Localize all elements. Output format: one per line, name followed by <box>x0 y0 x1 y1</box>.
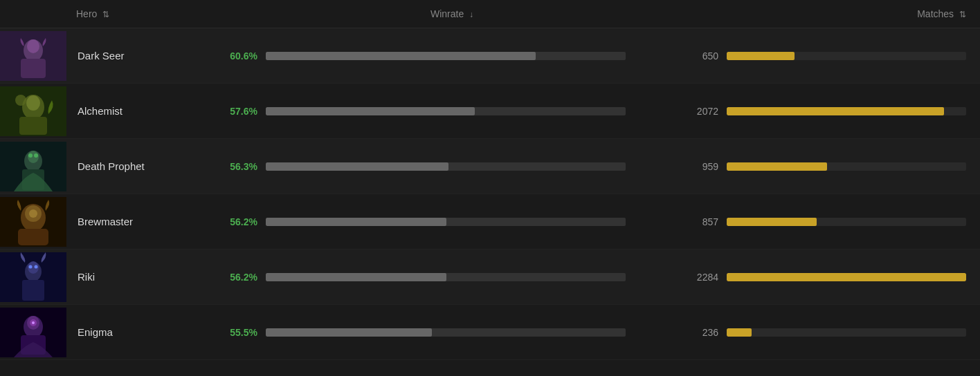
winrate-bar-fill <box>266 218 446 226</box>
winrate-bar-fill <box>266 52 536 60</box>
winrate-bar-fill <box>266 328 432 337</box>
hero-label: Hero <box>76 8 97 19</box>
matches-value: 650 <box>682 50 718 62</box>
matches-label: Matches <box>917 8 954 19</box>
table-row[interactable]: Riki 56.2% 2284 <box>0 250 980 305</box>
hero-avatar <box>0 308 66 357</box>
matches-bar-fill <box>727 107 944 115</box>
hero-cell: Alchemist <box>0 86 221 136</box>
hero-name: Brewmaster <box>78 216 133 227</box>
hero-avatar <box>0 86 66 136</box>
svg-rect-18 <box>18 229 48 245</box>
winrate-bar-container <box>266 328 626 337</box>
hero-name: Alchemist <box>78 105 122 117</box>
winrate-value: 56.2% <box>221 216 257 227</box>
matches-bar-fill <box>727 218 817 226</box>
hero-avatar <box>0 252 66 302</box>
hero-avatar <box>0 142 66 191</box>
matches-bar-container <box>727 328 966 337</box>
hero-cell: Riki <box>0 252 221 302</box>
matches-bar-fill <box>727 52 795 60</box>
matches-cell: 2284 <box>682 272 980 283</box>
matches-value: 2072 <box>682 106 718 117</box>
hero-cell: Dark Seer <box>0 31 221 81</box>
svg-point-8 <box>15 95 26 106</box>
hero-sort-icon: ⇅ <box>102 10 109 19</box>
winrate-bar-container <box>266 162 626 171</box>
matches-bar-container <box>727 273 966 281</box>
table-header: Hero ⇅ Winrate ↓ Matches ⇅ <box>0 0 980 28</box>
winrate-bar-container <box>266 107 626 115</box>
winrate-cell: 57.6% <box>221 106 682 117</box>
matches-cell: 857 <box>682 216 980 227</box>
matches-bar-container <box>727 162 966 171</box>
svg-point-25 <box>35 265 38 268</box>
winrate-cell: 56.2% <box>221 272 682 283</box>
table-row[interactable]: Enigma 55.5% 236 <box>0 305 980 360</box>
winrate-column-header[interactable]: Winrate ↓ <box>221 8 682 19</box>
winrate-value: 60.6% <box>221 50 257 62</box>
svg-point-13 <box>28 153 33 158</box>
winrate-cell: 56.3% <box>221 161 682 172</box>
winrate-value: 57.6% <box>221 106 257 117</box>
svg-point-2 <box>27 39 39 53</box>
winrate-bar-container <box>266 273 626 281</box>
table-row[interactable]: Dark Seer 60.6% 650 <box>0 28 980 84</box>
hero-stats-table: Hero ⇅ Winrate ↓ Matches ⇅ Dark Seer 60.… <box>0 0 980 360</box>
matches-bar-container <box>727 218 966 226</box>
matches-cell: 650 <box>682 50 980 62</box>
svg-rect-7 <box>19 117 47 135</box>
winrate-bar-fill <box>266 273 446 281</box>
svg-point-31 <box>32 321 35 324</box>
matches-cell: 236 <box>682 327 980 338</box>
matches-bar-container <box>727 52 966 60</box>
hero-name: Riki <box>78 271 95 283</box>
matches-bar-fill <box>727 273 966 281</box>
table-row[interactable]: Brewmaster 56.2% 857 <box>0 194 980 250</box>
winrate-label: Winrate <box>430 8 464 19</box>
hero-cell: Death Prophet <box>0 142 221 191</box>
svg-point-14 <box>34 153 38 158</box>
matches-value: 959 <box>682 161 718 172</box>
svg-point-6 <box>26 95 40 111</box>
svg-point-19 <box>29 209 37 218</box>
hero-column-header[interactable]: Hero ⇅ <box>0 8 221 19</box>
hero-cell: Brewmaster <box>0 197 221 247</box>
matches-bar-fill <box>727 328 752 337</box>
matches-bar-container <box>727 107 966 115</box>
matches-value: 857 <box>682 216 718 227</box>
hero-name: Enigma <box>78 326 113 338</box>
matches-value: 2284 <box>682 272 718 283</box>
svg-rect-23 <box>22 280 44 301</box>
winrate-cell: 55.5% <box>221 327 682 338</box>
hero-name: Death Prophet <box>78 160 145 172</box>
hero-name: Dark Seer <box>78 50 125 62</box>
winrate-value: 56.2% <box>221 272 257 283</box>
matches-cell: 959 <box>682 161 980 172</box>
matches-value: 236 <box>682 327 718 338</box>
svg-point-24 <box>29 265 33 268</box>
winrate-cell: 60.6% <box>221 50 682 62</box>
table-row[interactable]: Alchemist 57.6% 2072 <box>0 84 980 139</box>
matches-column-header[interactable]: Matches ⇅ <box>682 8 980 19</box>
matches-sort-icon: ⇅ <box>959 10 966 19</box>
matches-cell: 2072 <box>682 106 980 117</box>
winrate-sort-icon: ↓ <box>469 10 473 19</box>
winrate-value: 56.3% <box>221 161 257 172</box>
table-row[interactable]: Death Prophet 56.3% 959 <box>0 139 980 194</box>
winrate-cell: 56.2% <box>221 216 682 227</box>
winrate-bar-container <box>266 52 626 60</box>
winrate-bar-fill <box>266 107 475 115</box>
hero-avatar <box>0 31 66 81</box>
winrate-bar-container <box>266 218 626 226</box>
hero-cell: Enigma <box>0 308 221 357</box>
matches-bar-fill <box>727 162 827 171</box>
svg-rect-3 <box>21 59 46 78</box>
winrate-bar-fill <box>266 162 448 171</box>
table-body: Dark Seer 60.6% 650 Alchemist 5 <box>0 28 980 360</box>
hero-avatar <box>0 197 66 247</box>
winrate-value: 55.5% <box>221 327 257 338</box>
